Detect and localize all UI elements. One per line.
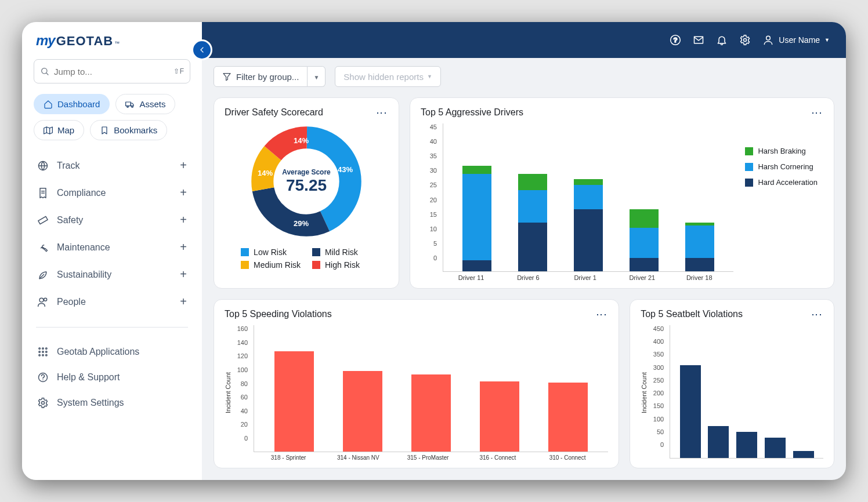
receipt-icon xyxy=(37,187,49,199)
scorecard-legend: Low Risk Mild Risk Medium Risk High Risk xyxy=(241,248,372,270)
settings-button[interactable] xyxy=(739,34,751,46)
gear-icon xyxy=(739,34,751,46)
svg-point-3 xyxy=(127,106,129,107)
home-icon xyxy=(44,100,53,109)
svg-point-15 xyxy=(44,298,47,301)
svg-point-20 xyxy=(42,351,44,353)
card-title: Top 5 Speeding Violations xyxy=(225,309,332,319)
chevron-left-icon xyxy=(197,45,207,54)
y-axis: 160140120100806040200 xyxy=(232,325,248,452)
nav-track[interactable]: Track + xyxy=(29,152,195,179)
card-menu-button[interactable]: ⋮ xyxy=(595,310,608,319)
svg-text:?: ? xyxy=(674,36,678,43)
dashboard-content: Driver Safety Scorecard ⋮ xyxy=(202,95,846,480)
bookmark-icon xyxy=(100,126,109,135)
legend-item: Low Risk xyxy=(241,248,301,257)
nav-label: Help & Support xyxy=(57,372,120,383)
pill-label: Assets xyxy=(139,99,165,109)
expand-icon: + xyxy=(180,268,187,281)
svg-point-17 xyxy=(42,348,44,350)
y-axis: 450400350300250200150100500 xyxy=(648,325,664,459)
nav-label: Safety xyxy=(57,215,83,225)
pill-label: Map xyxy=(57,125,74,135)
pill-assets[interactable]: Assets xyxy=(115,94,175,114)
bars xyxy=(443,123,733,272)
topbar: ? User Name ▼ xyxy=(202,22,846,58)
bell-icon xyxy=(716,34,728,46)
x-axis: 318 - Sprinter314 - Nissan NV315 - ProMa… xyxy=(232,452,608,461)
logo-part2: GEOTAB xyxy=(56,34,113,49)
filter-label: Filter by group... xyxy=(236,72,299,82)
nav-geotab-apps[interactable]: Geotab Applications xyxy=(29,339,195,365)
pill-dashboard[interactable]: Dashboard xyxy=(34,94,110,114)
notifications-button[interactable] xyxy=(716,34,728,46)
help-circle-icon: ? xyxy=(670,34,681,46)
donut-center-value: 75.25 xyxy=(286,176,327,195)
slice-label-medium: 14% xyxy=(258,169,273,177)
svg-point-22 xyxy=(39,355,41,357)
pill-map[interactable]: Map xyxy=(34,120,84,140)
logo: my GEOTAB ™ xyxy=(22,32,202,59)
search-input[interactable] xyxy=(54,67,169,77)
nav-compliance[interactable]: Compliance + xyxy=(29,179,195,206)
search-box[interactable]: ⇧F xyxy=(34,59,190,83)
card-menu-button[interactable]: ⋮ xyxy=(375,108,388,117)
nav-footer: Geotab Applications Help & Support Syste… xyxy=(22,333,202,421)
truck-icon xyxy=(125,100,135,109)
leaf-icon xyxy=(37,269,49,281)
nav-main: Track + Compliance + Safety + Maintenanc… xyxy=(22,146,202,321)
card-seatbelt-violations: Top 5 Seatbelt Violations ⋮ Incident Cou… xyxy=(630,299,834,468)
nav-label: Geotab Applications xyxy=(57,347,139,357)
collapse-sidebar-button[interactable] xyxy=(191,39,212,60)
nav-safety[interactable]: Safety + xyxy=(29,206,195,234)
expand-icon: + xyxy=(180,159,187,172)
pill-label: Bookmarks xyxy=(114,125,157,135)
hidden-reports-label: Show hidden reports xyxy=(343,72,424,82)
ruler-icon xyxy=(37,214,49,226)
svg-point-23 xyxy=(42,355,44,357)
legend-item: Harsh Cornering xyxy=(745,162,818,171)
search-shortcut: ⇧F xyxy=(173,67,184,75)
filter-dropdown-toggle[interactable]: ▼ xyxy=(308,66,326,87)
svg-point-27 xyxy=(42,402,45,405)
y-axis-title: Incident Count xyxy=(641,325,648,461)
donut-chart: Average Score 75.25 43% 29% 14% 14% xyxy=(248,123,364,239)
wrench-icon xyxy=(37,242,49,253)
card-aggressive-drivers: Top 5 Aggressive Drivers ⋮ 4540353025201… xyxy=(410,97,834,289)
nav-maintenance[interactable]: Maintenance + xyxy=(29,234,195,261)
svg-rect-12 xyxy=(38,216,48,224)
nav-label: Maintenance xyxy=(57,242,110,253)
grid-icon xyxy=(37,346,49,358)
nav-settings[interactable]: System Settings xyxy=(29,390,195,416)
help-button[interactable]: ? xyxy=(670,34,681,46)
svg-point-4 xyxy=(132,106,133,107)
nav-label: Track xyxy=(57,161,79,171)
card-menu-button[interactable]: ⋮ xyxy=(811,108,823,117)
filter-by-group-button[interactable]: Filter by group... xyxy=(214,66,308,87)
logo-part1: my xyxy=(36,32,55,49)
nav-people[interactable]: People + xyxy=(29,288,195,315)
nav-sustainability[interactable]: Sustainability + xyxy=(29,261,195,288)
show-hidden-reports-button[interactable]: Show hidden reports ▼ xyxy=(335,66,441,87)
messages-button[interactable] xyxy=(693,34,704,46)
filter-bar: Filter by group... ▼ Show hidden reports… xyxy=(202,58,846,95)
nav-help[interactable]: Help & Support xyxy=(29,365,195,390)
help-icon xyxy=(37,372,49,383)
svg-point-21 xyxy=(46,351,48,353)
svg-rect-2 xyxy=(126,102,131,106)
bars xyxy=(254,325,608,452)
caret-down-icon: ▼ xyxy=(427,74,432,79)
expand-icon: + xyxy=(180,295,187,308)
svg-point-32 xyxy=(766,36,771,40)
card-menu-button[interactable]: ⋮ xyxy=(811,310,823,319)
pill-label: Dashboard xyxy=(57,99,100,109)
user-menu[interactable]: User Name ▼ xyxy=(762,34,830,46)
nav-divider xyxy=(36,327,188,328)
nav-label: System Settings xyxy=(57,398,124,408)
row-2: Top 5 Speeding Violations ⋮ Incident Cou… xyxy=(214,299,834,468)
y-axis: 454035302520151050 xyxy=(421,123,437,272)
map-icon xyxy=(44,126,53,135)
pill-bookmarks[interactable]: Bookmarks xyxy=(90,120,167,140)
svg-point-16 xyxy=(39,348,41,350)
app-window: my GEOTAB ™ ⇧F Dashboard Assets xyxy=(22,22,846,480)
